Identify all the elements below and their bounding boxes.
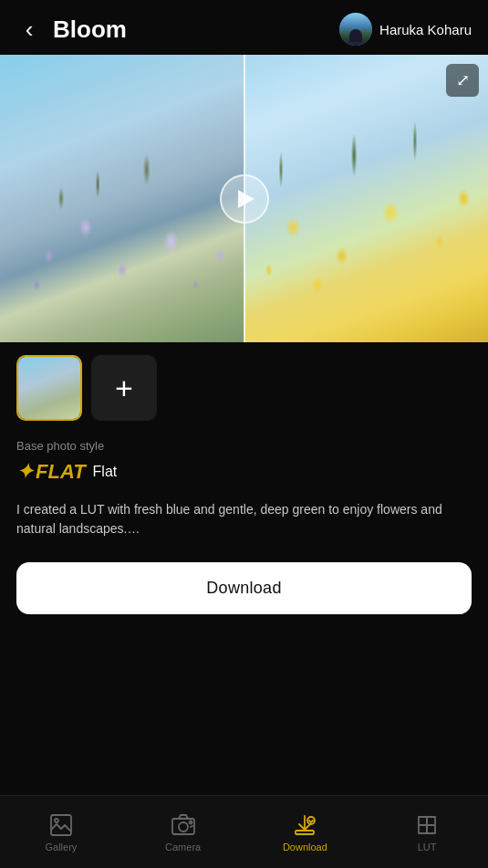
- back-icon: ‹: [26, 17, 34, 41]
- username-label: Haruka Koharu: [379, 22, 472, 37]
- download-section: Download: [0, 549, 488, 627]
- thumbnail-image: [18, 357, 80, 419]
- gallery-icon: [48, 812, 74, 838]
- expand-button[interactable]: ⤢: [446, 64, 479, 97]
- thumbnail-item[interactable]: [16, 355, 82, 421]
- nav-item-gallery[interactable]: Gallery: [0, 812, 122, 852]
- avatar[interactable]: [339, 13, 372, 46]
- camera-icon: [171, 812, 196, 838]
- lut-icon: [414, 812, 440, 838]
- play-icon: [238, 190, 254, 208]
- svg-rect-0: [51, 815, 71, 835]
- svg-point-3: [179, 822, 188, 831]
- bottom-navigation: Gallery Camera Download LUT: [0, 795, 488, 868]
- page-title: Bloom: [53, 16, 339, 44]
- download-icon: [292, 812, 317, 838]
- image-before: [0, 55, 244, 342]
- nav-label-download: Download: [283, 842, 327, 852]
- svg-point-1: [55, 819, 58, 822]
- add-photo-button[interactable]: +: [91, 355, 157, 421]
- svg-point-4: [189, 821, 192, 823]
- nav-label-lut: LUT: [418, 842, 437, 852]
- thumbnail-list: +: [0, 342, 488, 434]
- nav-item-lut[interactable]: LUT: [366, 812, 488, 852]
- image-comparison[interactable]: ⤢: [0, 55, 488, 342]
- style-section: Base photo style ✦ FLAT Flat: [0, 434, 488, 493]
- header: ‹ Bloom Haruka Koharu: [0, 0, 488, 55]
- style-badge[interactable]: ✦ FLAT Flat: [16, 460, 472, 484]
- nav-item-camera[interactable]: Camera: [122, 812, 244, 852]
- download-button[interactable]: Download: [16, 562, 472, 614]
- style-name: Flat: [93, 464, 118, 480]
- svg-rect-5: [296, 831, 314, 834]
- flat-star-icon: ✦: [16, 460, 32, 484]
- plus-icon: +: [115, 372, 133, 403]
- nav-label-camera: Camera: [165, 842, 201, 852]
- back-button[interactable]: ‹: [13, 13, 46, 46]
- user-info: Haruka Koharu: [339, 13, 472, 46]
- expand-icon: ⤢: [456, 70, 470, 90]
- nav-label-gallery: Gallery: [45, 842, 77, 852]
- style-section-label: Base photo style: [16, 439, 472, 453]
- play-button[interactable]: [220, 174, 269, 224]
- flat-badge: ✦ FLAT: [16, 460, 86, 484]
- flat-label: FLAT: [36, 460, 86, 484]
- nav-item-download[interactable]: Download: [244, 812, 367, 852]
- image-after: [244, 55, 489, 342]
